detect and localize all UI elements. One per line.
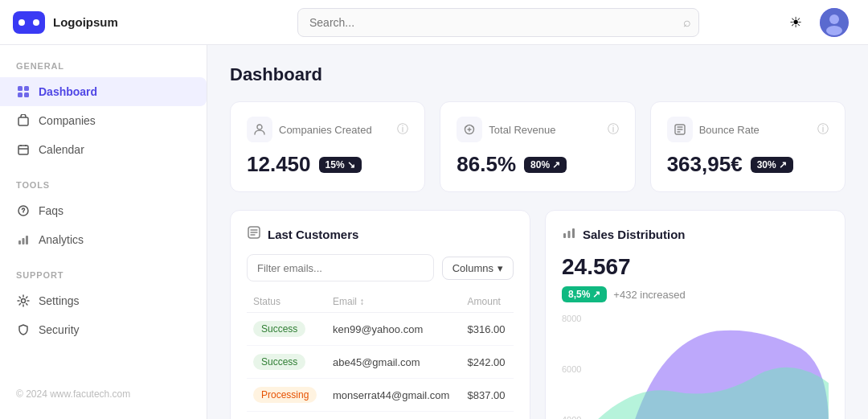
sidebar-item-analytics[interactable]: Analytics: [0, 225, 207, 254]
status-cell: Success: [247, 313, 326, 346]
bounce-rate-value: 363,95€: [667, 152, 743, 177]
filter-emails-input[interactable]: [247, 254, 434, 281]
total-revenue-value: 86.5%: [457, 152, 516, 177]
search-input[interactable]: [297, 8, 699, 37]
svg-rect-19: [568, 231, 571, 238]
total-revenue-title: Total Revenue: [489, 124, 555, 136]
content: Dashboard Companies Created ⓘ: [207, 45, 868, 419]
svg-rect-8: [18, 146, 28, 154]
companies-badge: 15% ↘: [319, 157, 362, 173]
search-icon: ⌕: [683, 15, 691, 30]
faqs-icon: [16, 203, 31, 218]
topbar: Logoipsum ⌕ ☀: [0, 0, 868, 45]
amount-cell: $837.00: [461, 379, 514, 412]
svg-point-14: [257, 125, 262, 129]
page-title: Dashboard: [230, 64, 845, 85]
svg-rect-5: [18, 92, 23, 97]
svg-rect-12: [26, 236, 28, 244]
customers-table: Status Email ↕ Amount Success ken99@yaho…: [247, 291, 514, 412]
stat-cards: Companies Created ⓘ 12.450 15% ↘: [230, 101, 845, 192]
tools-label: TOOLS: [0, 180, 207, 190]
logo-icon: [13, 11, 45, 34]
sales-badge: 8,5% ↗: [562, 286, 607, 302]
sales-increased: +432 increased: [613, 289, 685, 301]
sidebar: GENERAL Dashboard: [0, 45, 207, 419]
sidebar-item-calendar[interactable]: Calendar: [0, 135, 207, 164]
sidebar-section-support: SUPPORT Settings: [0, 270, 207, 344]
sales-badge-row: 8,5% ↗ +432 increased: [562, 286, 829, 302]
col-header-email: Email ↕: [326, 291, 461, 313]
trend-up-icon: ↗: [592, 289, 600, 300]
companies-label: Companies: [39, 114, 96, 127]
svg-point-13: [22, 299, 26, 303]
logo-text: Logoipsum: [53, 15, 118, 29]
svg-rect-20: [572, 228, 575, 238]
analytics-icon: [16, 232, 31, 247]
analytics-label: Analytics: [39, 233, 84, 246]
revenue-icon: [457, 117, 482, 142]
avatar: [820, 8, 849, 37]
status-cell: Processing: [247, 379, 326, 412]
amount-cell: $242.00: [461, 346, 514, 379]
status-badge: Success: [253, 321, 305, 337]
info-icon-bounce: ⓘ: [817, 122, 829, 137]
logo-area: Logoipsum: [13, 11, 214, 34]
last-customers-panel: Last Customers Columns ▾ Status Email ↕ …: [230, 210, 530, 419]
svg-rect-18: [563, 233, 566, 238]
svg-rect-7: [18, 117, 28, 125]
general-label: GENERAL: [0, 61, 207, 71]
topbar-right: ☀: [783, 8, 849, 37]
customers-panel-icon: [247, 225, 261, 243]
bottom-panels: Last Customers Columns ▾ Status Email ↕ …: [230, 210, 845, 419]
sidebar-item-security[interactable]: Security: [0, 315, 207, 344]
chart-area: [591, 314, 829, 419]
svg-point-1: [829, 14, 839, 24]
dashboard-label: Dashboard: [39, 85, 97, 98]
svg-rect-10: [18, 240, 21, 244]
customers-panel-title: Last Customers: [247, 225, 514, 243]
theme-toggle-button[interactable]: ☀: [783, 10, 809, 35]
columns-button[interactable]: Columns ▾: [442, 257, 514, 280]
status-cell: Success: [247, 346, 326, 379]
sidebar-section-general: GENERAL Dashboard: [0, 61, 207, 164]
amount-cell: $316.00: [461, 313, 514, 346]
main-layout: GENERAL Dashboard: [0, 45, 868, 419]
table-row: Processing monserrat44@gmail.com $837.00: [247, 379, 514, 412]
bounce-rate-title: Bounce Rate: [699, 124, 760, 136]
bounce-icon: [667, 117, 693, 142]
info-icon-revenue: ⓘ: [608, 122, 619, 137]
email-cell: monserrat44@gmail.com: [326, 379, 461, 412]
settings-label: Settings: [39, 294, 80, 307]
filter-row: Columns ▾: [247, 254, 514, 281]
col-header-status: Status: [247, 291, 326, 313]
chart-yaxis: 8000 6000 4000: [562, 314, 581, 419]
revenue-badge: 80% ↗: [524, 157, 567, 173]
status-badge: Success: [253, 354, 305, 370]
svg-rect-6: [24, 92, 29, 97]
companies-created-title: Companies Created: [279, 124, 372, 136]
faqs-label: Faqs: [39, 204, 63, 217]
support-label: SUPPORT: [0, 270, 207, 280]
email-cell: ken99@yahoo.com: [326, 313, 461, 346]
companies-created-icon: [247, 117, 272, 142]
chevron-down-icon: ▾: [497, 262, 503, 274]
sidebar-item-settings[interactable]: Settings: [0, 286, 207, 315]
sidebar-item-faqs[interactable]: Faqs: [0, 196, 207, 225]
table-row: Success abe45@gmail.com $242.00: [247, 346, 514, 379]
companies-created-value: 12.450: [247, 152, 311, 177]
sidebar-footer: © 2024 www.facutech.com: [0, 379, 207, 409]
sales-chart: 8000 6000 4000: [562, 314, 829, 419]
sales-panel-title: Sales Distribution: [562, 225, 829, 243]
email-cell: abe45@gmail.com: [326, 346, 461, 379]
table-row: Success ken99@yahoo.com $316.00: [247, 313, 514, 346]
stat-card-companies: Companies Created ⓘ 12.450 15% ↘: [230, 101, 425, 192]
calendar-label: Calendar: [39, 143, 84, 156]
companies-icon: [16, 113, 31, 128]
sidebar-item-dashboard[interactable]: Dashboard: [0, 77, 207, 106]
stat-card-revenue: Total Revenue ⓘ 86.5% 80% ↗: [440, 101, 635, 192]
stat-card-bounce: Bounce Rate ⓘ 363,95€ 30% ↗: [650, 101, 845, 192]
security-label: Security: [39, 323, 80, 336]
sidebar-item-companies[interactable]: Companies: [0, 106, 207, 135]
sales-panel-icon: [562, 225, 576, 243]
svg-rect-3: [18, 86, 23, 91]
